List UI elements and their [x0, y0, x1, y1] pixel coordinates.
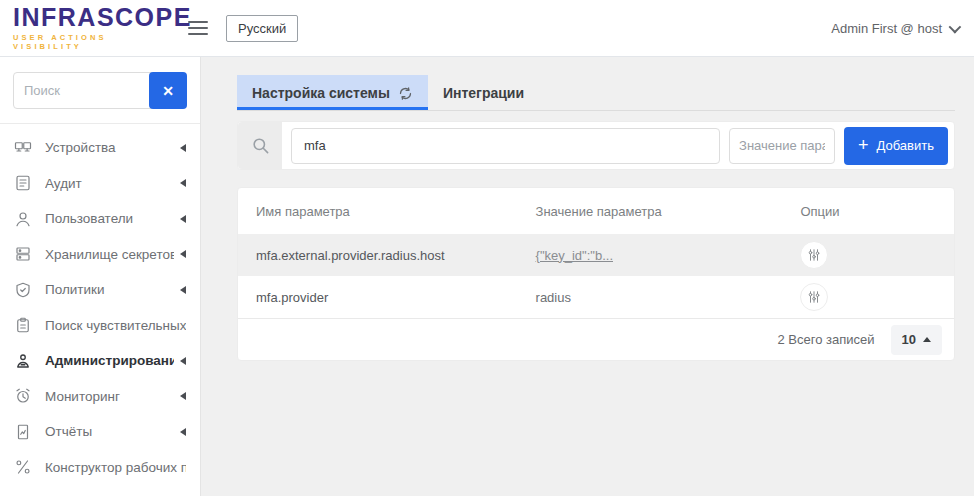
sidebar: ✕ Устройства Аудит Пользователи [0, 57, 201, 496]
sidebar-item-secrets-storage[interactable]: Хранилище секретов [0, 237, 200, 273]
table-row: mfa.provider radius [238, 276, 954, 318]
sidebar-item-label: Аудит [45, 176, 174, 191]
collapse-arrow-icon [180, 144, 186, 152]
sidebar-nav: Устройства Аудит Пользователи Хранилище … [0, 124, 200, 485]
sidebar-item-monitoring[interactable]: Мониторинг [0, 379, 200, 415]
filter-bar: + Добавить [237, 121, 955, 170]
parameter-value-input[interactable] [729, 128, 835, 164]
collapse-arrow-icon [180, 250, 186, 258]
policies-icon [14, 281, 32, 299]
row-options-button[interactable] [800, 283, 828, 311]
parameter-value-cell: {"key_id":"b... [532, 248, 797, 263]
page-size-selector[interactable]: 10 [891, 325, 942, 355]
app-logo: INFRASCOPE USER ACTIONS VISIBILITY [0, 5, 178, 51]
sidebar-item-administration[interactable]: Администрирование [0, 343, 200, 379]
language-button[interactable]: Русский [226, 15, 298, 42]
table-footer: 2 Всего записей 10 [238, 318, 954, 360]
tab-bar: Настройка системы Интеграции [237, 75, 955, 111]
monitoring-icon [14, 387, 32, 405]
user-menu-label: Admin First @ host [831, 21, 942, 36]
workflow-builder-icon [14, 458, 32, 476]
collapse-arrow-icon [180, 428, 186, 436]
plus-icon: + [858, 136, 869, 154]
tab-label: Интеграции [443, 85, 524, 101]
collapse-arrow-icon [180, 357, 186, 365]
column-header-value: Значение параметра [532, 204, 797, 219]
search-icon-box [238, 122, 282, 169]
parameter-name-cell: mfa.provider [238, 290, 532, 305]
devices-icon [14, 139, 32, 157]
parameter-name-cell: mfa.external.provider.radius.host [238, 248, 532, 263]
sidebar-item-label: Политики [45, 282, 174, 297]
parameter-name-search-input[interactable] [291, 128, 720, 164]
column-header-options: Опции [796, 204, 954, 219]
tab-label: Настройка системы [252, 85, 390, 101]
sidebar-item-sensitive-data-search[interactable]: Поиск чувствительных ... [0, 308, 200, 344]
sliders-icon [807, 248, 821, 262]
collapse-arrow-icon [180, 286, 186, 294]
sidebar-item-label: Хранилище секретов [45, 247, 174, 262]
table-header-row: Имя параметра Значение параметра Опции [238, 188, 954, 234]
close-icon: ✕ [162, 83, 174, 99]
options-cell [796, 241, 954, 269]
options-cell [796, 283, 954, 311]
table-row: mfa.external.provider.radius.host {"key_… [238, 234, 954, 276]
sidebar-item-policies[interactable]: Политики [0, 272, 200, 308]
refresh-icon[interactable] [398, 86, 413, 101]
sidebar-item-users[interactable]: Пользователи [0, 201, 200, 237]
add-button[interactable]: + Добавить [844, 127, 948, 165]
logo-title: INFRASCOPE [13, 5, 178, 30]
row-options-button[interactable] [800, 241, 828, 269]
collapse-arrow-icon [180, 392, 186, 400]
sidebar-item-label: Конструктор рабочих п... [45, 460, 186, 475]
add-button-label: Добавить [877, 138, 934, 153]
parameter-value-link[interactable]: {"key_id":"b... [536, 248, 613, 263]
sidebar-item-label: Администрирование [45, 353, 174, 368]
sidebar-item-workflow-builder[interactable]: Конструктор рабочих п... [0, 450, 200, 486]
sensitive-data-search-icon [14, 316, 32, 334]
sidebar-item-label: Отчёты [45, 424, 174, 439]
parameter-value-text: radius [536, 290, 571, 305]
caret-up-icon [923, 337, 931, 342]
tab-system-settings[interactable]: Настройка системы [237, 75, 428, 110]
search-clear-button[interactable]: ✕ [149, 72, 187, 109]
sidebar-item-reports[interactable]: Отчёты [0, 414, 200, 450]
main-content: Настройка системы Интеграции + Добавить [201, 57, 974, 496]
top-header: INFRASCOPE USER ACTIONS VISIBILITY Русск… [0, 0, 974, 57]
tab-integrations[interactable]: Интеграции [428, 75, 539, 110]
column-header-name: Имя параметра [238, 204, 532, 219]
reports-icon [14, 423, 32, 441]
user-menu[interactable]: Admin First @ host [831, 21, 958, 36]
collapse-arrow-icon [180, 179, 186, 187]
sliders-icon [807, 290, 821, 304]
sidebar-search-input[interactable] [13, 72, 152, 109]
sidebar-item-label: Поиск чувствительных ... [45, 318, 186, 333]
collapse-arrow-icon [180, 215, 186, 223]
parameters-table: Имя параметра Значение параметра Опции m… [237, 187, 955, 361]
administration-icon [14, 352, 32, 370]
parameter-value-cell: radius [532, 290, 797, 305]
chevron-down-icon [949, 20, 962, 33]
sidebar-item-label: Пользователи [45, 211, 174, 226]
sidebar-search: ✕ [0, 57, 200, 123]
total-records-label: 2 Всего записей [778, 332, 875, 347]
users-icon [14, 210, 32, 228]
sidebar-item-label: Устройства [45, 140, 174, 155]
sidebar-item-audit[interactable]: Аудит [0, 166, 200, 202]
audit-icon [14, 174, 32, 192]
sidebar-item-label: Мониторинг [45, 389, 174, 404]
hamburger-menu-icon[interactable] [188, 21, 208, 35]
page-size-value: 10 [902, 332, 916, 347]
sidebar-item-devices[interactable]: Устройства [0, 130, 200, 166]
logo-subtitle: USER ACTIONS VISIBILITY [13, 33, 178, 51]
secrets-storage-icon [14, 245, 32, 263]
